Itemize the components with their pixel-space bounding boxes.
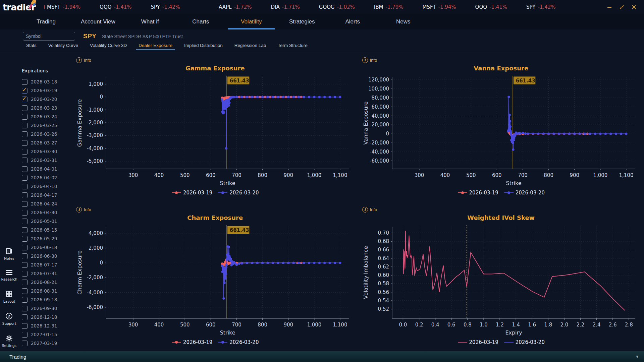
checkbox-unchecked[interactable] [22, 306, 28, 311]
checkbox-unchecked[interactable] [22, 288, 28, 294]
ticker-item[interactable]: SPY-1.42% [526, 4, 555, 10]
checkbox-unchecked[interactable] [22, 105, 28, 111]
legend-item[interactable]: 2026-03-20 [218, 190, 259, 196]
ticker-item[interactable]: IBM-1.79% [374, 4, 404, 10]
checkbox-unchecked[interactable] [22, 341, 28, 346]
rail-item-layout[interactable]: Layout [3, 290, 15, 303]
tradier-logo[interactable]: tradier [3, 3, 40, 12]
checkbox-unchecked[interactable] [22, 219, 28, 224]
expiration-row[interactable]: 2026-08-31 [22, 287, 72, 295]
expiration-row[interactable]: 2026-03-30 [22, 147, 72, 156]
ticker-item[interactable]: MSFT-1.94% [423, 4, 456, 10]
expiration-row[interactable]: 2026-04-10 [22, 182, 72, 191]
expiration-row[interactable]: 2026-03-20 [22, 95, 72, 104]
gamma-info-button[interactable]: i Info [76, 57, 91, 63]
skew-info-button[interactable]: i Info [362, 207, 377, 213]
ticker-item[interactable]: DIA-1.71% [271, 4, 300, 10]
expiration-row[interactable]: 2026-04-24 [22, 199, 72, 208]
checkbox-unchecked[interactable] [22, 314, 28, 320]
expiration-row[interactable]: 2026-03-24 [22, 112, 72, 121]
tab-alerts[interactable]: Alerts [327, 14, 378, 29]
legend-item[interactable]: 2026-03-19 [171, 339, 212, 345]
subtab-dealer-exposure[interactable]: Dealer Exposure [139, 43, 172, 50]
checkbox-unchecked[interactable] [22, 297, 28, 303]
ticker-item[interactable]: MSFT-1.94% [47, 4, 80, 10]
expiration-row[interactable]: 2026-09-30 [22, 304, 72, 313]
ticker-item[interactable]: QQQ-1.41% [100, 4, 132, 10]
gamma-exposure-plot[interactable]: 3004005006007008009001,0001,1001,0000-1,… [74, 72, 356, 190]
expiration-row[interactable]: 2026-04-30 [22, 208, 72, 217]
subtab-term-structure[interactable]: Term Structure [278, 43, 308, 50]
expiration-row[interactable]: 2026-07-17 [22, 260, 72, 269]
expiration-row[interactable]: 2026-12-18 [22, 313, 72, 321]
checkbox-unchecked[interactable] [22, 123, 28, 128]
expiration-row[interactable]: 2027-03-19 [22, 339, 72, 348]
subtab-regression-lab[interactable]: Regression Lab [234, 43, 266, 50]
subtab-volatility-curve-3d[interactable]: Volatility Curve 3D [90, 43, 127, 50]
rail-item-settings[interactable]: Settings [2, 334, 16, 348]
tab-account-view[interactable]: Account View [71, 14, 125, 29]
expiration-row[interactable]: 2026-05-29 [22, 234, 72, 243]
expiration-row[interactable]: 2026-08-21 [22, 278, 72, 287]
checkbox-unchecked[interactable] [22, 245, 28, 250]
checkbox-unchecked[interactable] [22, 166, 28, 172]
checkbox-unchecked[interactable] [22, 175, 28, 181]
expiration-row[interactable]: 2026-04-17 [22, 191, 72, 199]
checkbox-unchecked[interactable] [22, 280, 28, 285]
expiration-row[interactable]: 2026-05-15 [22, 226, 72, 234]
expiration-row[interactable]: 2026-05-01 [22, 217, 72, 226]
checkbox-unchecked[interactable] [22, 149, 28, 155]
expiration-row[interactable]: 2026-09-18 [22, 295, 72, 304]
legend-item[interactable]: 2026-03-19 [458, 339, 498, 345]
charm-info-button[interactable]: i Info [76, 207, 91, 213]
ticker-item[interactable]: SPY-1.42% [151, 4, 180, 10]
tab-what-if[interactable]: What if [125, 14, 175, 29]
expiration-row[interactable]: 2026-03-27 [22, 138, 72, 147]
legend-item[interactable]: 2026-03-19 [458, 190, 498, 196]
expiration-row[interactable]: 2026-03-19 [22, 86, 72, 95]
checkbox-unchecked[interactable] [22, 271, 28, 277]
checkbox-unchecked[interactable] [22, 227, 28, 233]
checkbox-checked[interactable] [22, 88, 28, 94]
rail-item-notes[interactable]: Notes [4, 247, 14, 260]
tab-strategies[interactable]: Strategies [277, 14, 327, 29]
ticker-item[interactable]: AAPL-1.72% [219, 4, 252, 10]
expiration-row[interactable]: 2026-03-31 [22, 156, 72, 165]
expiration-row[interactable]: 2027-01-15 [22, 330, 72, 339]
ticker-item[interactable]: GOOG-1.02% [319, 4, 355, 10]
checkbox-unchecked[interactable] [22, 79, 28, 85]
checkbox-checked[interactable] [22, 97, 28, 102]
checkbox-unchecked[interactable] [22, 210, 28, 216]
expiration-row[interactable]: 2026-04-02 [22, 173, 72, 182]
ticker-item[interactable]: QQQ-1.41% [475, 4, 507, 10]
checkbox-unchecked[interactable] [22, 253, 28, 259]
expiration-row[interactable]: 2026-03-25 [22, 121, 72, 130]
rail-item-support[interactable]: ? Support [2, 312, 16, 325]
close-button[interactable] [631, 4, 637, 10]
expiration-row[interactable]: 2026-12-31 [22, 321, 72, 330]
ivol-skew-plot[interactable]: 0.00.20.40.60.81.01.21.41.61.82.02.22.42… [360, 222, 642, 339]
checkbox-unchecked[interactable] [22, 192, 28, 198]
vanna-info-button[interactable]: i Info [362, 57, 377, 63]
expiration-row[interactable]: 2026-03-26 [22, 130, 72, 138]
tab-trading[interactable]: Trading [21, 14, 71, 29]
rail-item-research[interactable]: Research [1, 269, 17, 281]
status-caret-icon[interactable]: ▼ [635, 354, 639, 359]
expiration-row[interactable]: 2026-03-23 [22, 104, 72, 112]
checkbox-unchecked[interactable] [22, 262, 28, 268]
checkbox-unchecked[interactable] [22, 158, 28, 163]
checkbox-unchecked[interactable] [22, 114, 28, 120]
restore-button[interactable] [619, 4, 625, 10]
checkbox-unchecked[interactable] [22, 131, 28, 137]
legend-item[interactable]: 2026-03-20 [504, 339, 545, 345]
charm-exposure-plot[interactable]: 3004005006007008009001,0001,1004,0002,00… [74, 222, 356, 339]
tab-charts[interactable]: Charts [175, 14, 226, 29]
checkbox-unchecked[interactable] [22, 323, 28, 329]
vanna-exposure-plot[interactable]: 3004005006007008009001,0001,100120,00010… [360, 72, 642, 190]
legend-item[interactable]: 2026-03-19 [171, 190, 212, 196]
tab-news[interactable]: News [378, 14, 429, 29]
expiration-row[interactable]: 2026-06-30 [22, 252, 72, 260]
legend-item[interactable]: 2026-03-20 [218, 339, 259, 345]
subtab-implied-distribution[interactable]: Implied Distribution [184, 43, 223, 50]
symbol-input[interactable] [23, 32, 75, 41]
